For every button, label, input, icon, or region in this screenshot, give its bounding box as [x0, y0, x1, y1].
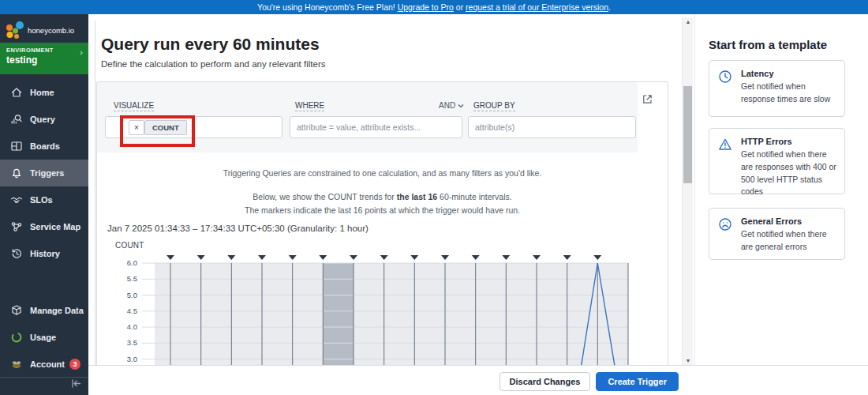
- query-preview-card: VISUALIZE WHERE AND GROUP BY × COUNT Tri…: [96, 81, 668, 365]
- sidebar-item-usage[interactable]: Usage: [0, 324, 88, 351]
- svg-text:6.0: 6.0: [127, 258, 137, 267]
- trend-note-bold: the last 16: [397, 192, 437, 201]
- footer-action-bar: Discard Changes Create Trigger: [88, 365, 868, 395]
- main-scrollbar[interactable]: ▲ ▼: [682, 17, 693, 365]
- sidebar-item-label: Usage: [30, 333, 56, 342]
- sidebar-item-query[interactable]: Query: [0, 106, 88, 133]
- trend-note: Below, we show the COUNT trends for the …: [97, 192, 668, 201]
- template-title: General Errors: [741, 216, 838, 226]
- svg-text:5.0: 5.0: [127, 291, 137, 299]
- create-trigger-button[interactable]: Create Trigger: [596, 372, 679, 391]
- sidebar-item-account[interactable]: Account 3: [0, 351, 88, 378]
- environment-switcher[interactable]: ENVIRONMENT testing ›: [0, 43, 88, 74]
- honeycomb-dots-icon: [5, 21, 25, 40]
- template-card-general-errors[interactable]: General Errors Get notified when there a…: [709, 208, 845, 260]
- constraint-note: Triggering Queries are constrained to on…: [97, 168, 668, 178]
- service-map-nodes-icon: [10, 220, 23, 233]
- sidebar: honeycomb.io ENVIRONMENT testing › Home …: [0, 14, 88, 395]
- sidebar-nav-bottom: Manage Data Usage Account 3: [0, 297, 88, 378]
- environment-label: ENVIRONMENT: [6, 47, 82, 54]
- boards-grid-icon: [10, 140, 23, 152]
- page-title: Query run every 60 minutes: [101, 35, 320, 54]
- scroll-down-arrow-icon[interactable]: ▼: [683, 358, 694, 363]
- sidebar-item-history[interactable]: History: [0, 240, 88, 267]
- chevron-right-icon: ›: [80, 47, 83, 57]
- template-card-latency[interactable]: Latency Get notified when response times…: [709, 60, 845, 117]
- scroll-up-arrow-icon[interactable]: ▲: [683, 19, 694, 24]
- enterprise-trial-link[interactable]: request a trial of our Enterprise versio…: [466, 2, 608, 12]
- where-input[interactable]: [290, 116, 462, 138]
- open-in-query-builder-button[interactable]: [642, 93, 653, 108]
- template-card-http-errors[interactable]: HTTP Errors Get notified when there are …: [709, 128, 845, 194]
- home-icon: [10, 86, 23, 99]
- free-plan-banner: You're using Honeycomb's Free Plan! Upgr…: [0, 0, 868, 14]
- query-magnifier-icon: [10, 113, 23, 126]
- trend-chart: 6.05.55.04.54.03.53.0: [107, 252, 638, 365]
- sad-face-icon: [718, 217, 732, 231]
- bee-icon: [10, 358, 23, 371]
- count-chip[interactable]: COUNT: [144, 120, 187, 135]
- main-content: Query run every 60 minutes Define the ca…: [88, 14, 694, 365]
- template-panel-heading: Start from a template: [709, 38, 827, 51]
- banner-text-middle: or: [456, 2, 463, 12]
- usage-ring-icon: [10, 331, 23, 344]
- banner-text-suffix: .: [608, 2, 611, 12]
- page-subtitle: Define the calculation to perform and an…: [101, 59, 325, 69]
- svg-text:3.0: 3.0: [127, 355, 137, 363]
- template-title: HTTP Errors: [741, 137, 838, 146]
- visualize-label: VISUALIZE: [114, 101, 154, 111]
- trend-note-prefix: Below, we show the COUNT trends for: [253, 192, 396, 201]
- sidebar-item-label: Boards: [30, 141, 60, 151]
- template-title: Latency: [741, 69, 838, 78]
- sidebar-item-boards[interactable]: Boards: [0, 133, 88, 160]
- sidebar-item-home[interactable]: Home: [0, 79, 88, 106]
- sidebar-item-manage-data[interactable]: Manage Data: [0, 297, 88, 324]
- chart-series-label: COUNT: [115, 241, 144, 250]
- svg-text:4.0: 4.0: [127, 322, 137, 331]
- clock-icon: [718, 70, 732, 84]
- app-root: You're using Honeycomb's Free Plan! Upgr…: [0, 0, 868, 395]
- group-by-label: GROUP BY: [473, 101, 515, 111]
- banner-text: You're using Honeycomb's Free Plan!: [257, 2, 395, 12]
- svg-text:4.5: 4.5: [127, 307, 137, 315]
- where-join-dropdown[interactable]: AND: [439, 101, 464, 110]
- sidebar-item-label: Account: [30, 359, 65, 369]
- honeycomb-logo[interactable]: honeycomb.io: [5, 21, 74, 40]
- logo-text: honeycomb.io: [28, 26, 74, 35]
- sidebar-item-slos[interactable]: SLOs: [0, 186, 88, 213]
- discard-changes-button[interactable]: Discard Changes: [499, 372, 591, 391]
- warning-triangle-icon: [718, 137, 732, 152]
- svg-text:5.5: 5.5: [127, 274, 137, 283]
- history-clock-icon: [10, 247, 23, 260]
- chevron-down-icon: [458, 103, 464, 108]
- sidebar-item-triggers[interactable]: Triggers: [0, 160, 88, 186]
- chip-remove-button[interactable]: ×: [129, 120, 144, 135]
- collapse-arrow-icon: [70, 378, 82, 389]
- account-notification-badge: 3: [69, 359, 80, 370]
- sidebar-item-label: SLOs: [30, 195, 53, 205]
- and-label: AND: [439, 101, 455, 110]
- time-range-label: Jan 7 2025 01:34:33 – 17:34:33 UTC+05:30…: [107, 224, 369, 233]
- template-panel: Start from a template Latency Get notifi…: [694, 14, 868, 365]
- upgrade-to-pro-link[interactable]: Upgrade to Pro: [398, 2, 454, 12]
- trend-note-suffix: 60-minute intervals.: [437, 192, 512, 201]
- sidebar-item-label: Manage Data: [30, 306, 84, 315]
- scrollbar-thumb[interactable]: [683, 86, 692, 183]
- sidebar-item-label: Query: [30, 115, 55, 124]
- sidebar-item-label: Service Map: [30, 222, 80, 231]
- sidebar-item-label: Triggers: [30, 168, 64, 178]
- where-label: WHERE: [295, 101, 324, 111]
- marker-note: The markers indicate the last 16 points …: [97, 205, 668, 215]
- group-by-input[interactable]: [468, 116, 636, 138]
- template-body: Get notified when there are responses wi…: [741, 149, 838, 198]
- content-left-border: [95, 21, 95, 365]
- template-body: Get notified when response times are slo…: [741, 81, 838, 106]
- handshake-icon: [10, 194, 23, 206]
- sidebar-nav: Home Query Boards Triggers SLOs: [0, 79, 88, 267]
- environment-name: testing: [6, 55, 82, 66]
- sidebar-item-label: History: [30, 249, 60, 258]
- sidebar-collapse-button[interactable]: [70, 378, 82, 392]
- bell-icon: [10, 167, 23, 179]
- sidebar-item-service-map[interactable]: Service Map: [0, 213, 88, 240]
- template-body: Get notified when there are general erro…: [741, 228, 838, 254]
